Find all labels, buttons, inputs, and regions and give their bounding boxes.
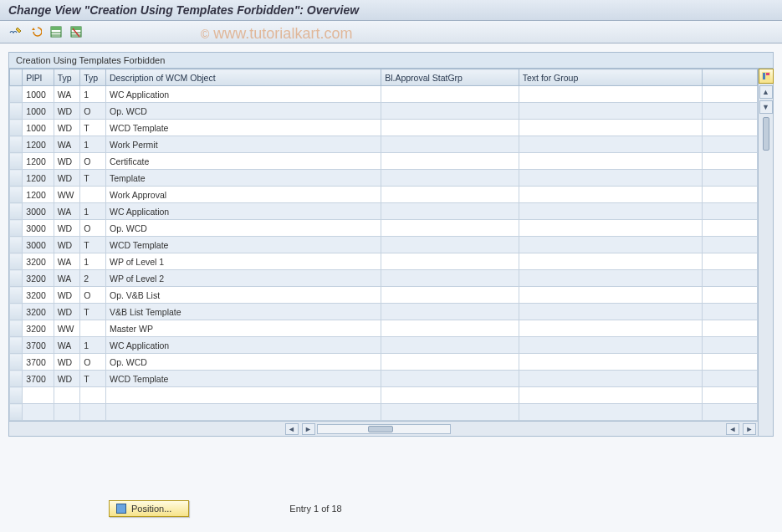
cell-typ2[interactable]: T (80, 170, 106, 187)
cell-typ1[interactable]: WD (54, 287, 80, 304)
cell-text[interactable] (519, 371, 702, 387)
scroll-left-icon[interactable]: ◄ (285, 423, 299, 435)
col-ppl[interactable]: PlPl (23, 69, 54, 86)
table-row[interactable]: 3000WA1WC Application (10, 203, 758, 220)
cell-ppl[interactable]: 3200 (23, 253, 54, 270)
cell-typ1[interactable]: WA (54, 203, 80, 220)
cell-ppl[interactable]: 1000 (23, 103, 54, 120)
cell-text[interactable] (519, 86, 702, 103)
cell-stat[interactable] (381, 237, 519, 253)
row-selector[interactable] (10, 120, 23, 136)
cell-ppl[interactable]: 1200 (23, 136, 54, 153)
horizontal-scrollbar[interactable]: ◄ ► ◄ ► (9, 421, 758, 436)
row-selector[interactable] (10, 86, 23, 103)
cell-desc[interactable]: WC Application (106, 203, 381, 220)
cell-stat[interactable] (381, 220, 519, 237)
cell-typ1[interactable]: WD (54, 237, 80, 253)
cell-text[interactable] (519, 270, 702, 287)
cell-stat[interactable] (381, 253, 519, 270)
scroll-up-icon[interactable]: ▲ (759, 85, 773, 99)
cell-text[interactable] (519, 153, 702, 170)
cell-text[interactable] (519, 354, 702, 371)
cell-text[interactable] (519, 337, 702, 354)
row-selector[interactable] (10, 203, 23, 220)
cell-stat[interactable] (381, 320, 519, 337)
cell-typ1[interactable] (54, 404, 80, 421)
cell-text[interactable] (519, 136, 702, 153)
cell-ppl[interactable]: 1000 (23, 86, 54, 103)
cell-desc[interactable]: Work Permit (106, 136, 381, 153)
row-selector[interactable] (10, 136, 23, 153)
table-row[interactable]: 1200WDOCertificate (10, 153, 758, 170)
table-row[interactable]: 1000WDTWCD Template (10, 120, 758, 136)
cell-desc[interactable]: WCD Template (106, 371, 381, 387)
cell-typ1[interactable]: WD (54, 220, 80, 237)
col-typ2[interactable]: Typ (80, 69, 106, 86)
cell-stat[interactable] (381, 136, 519, 153)
position-button[interactable]: Position... (109, 500, 189, 517)
cell-stat[interactable] (381, 387, 519, 404)
table-row[interactable]: 1200WA1Work Permit (10, 136, 758, 153)
col-desc[interactable]: Description of WCM Object (106, 69, 381, 86)
table-row[interactable]: 1000WA1WC Application (10, 86, 758, 103)
cell-typ1[interactable]: WD (54, 354, 80, 371)
cell-typ2[interactable]: 1 (80, 86, 106, 103)
cell-desc[interactable]: Work Approval (106, 187, 381, 203)
cell-typ2[interactable] (80, 387, 106, 404)
cell-typ2[interactable] (80, 404, 106, 421)
cell-desc[interactable]: WP of Level 1 (106, 253, 381, 270)
cell-typ1[interactable]: WD (54, 170, 80, 187)
cell-ppl[interactable]: 3000 (23, 220, 54, 237)
cell-typ1[interactable]: WD (54, 304, 80, 320)
scroll-right2-icon[interactable]: ► (743, 423, 756, 435)
scroll-left2-icon[interactable]: ◄ (726, 423, 739, 435)
scroll-right-icon[interactable]: ► (302, 423, 315, 435)
cell-typ2[interactable] (80, 187, 106, 203)
cell-stat[interactable] (381, 170, 519, 187)
row-selector[interactable] (10, 170, 23, 187)
cell-text[interactable] (519, 120, 702, 136)
cell-text[interactable] (519, 320, 702, 337)
cell-typ1[interactable]: WD (54, 371, 80, 387)
col-typ1[interactable]: Typ (54, 69, 80, 86)
cell-typ2[interactable]: O (80, 354, 106, 371)
cell-stat[interactable] (381, 103, 519, 120)
table-row[interactable] (10, 404, 758, 421)
cell-ppl[interactable]: 3200 (23, 320, 54, 337)
vertical-scrollbar[interactable]: ▲ ▼ (758, 69, 773, 436)
cell-desc[interactable]: WP of Level 2 (106, 270, 381, 287)
scroll-down-icon[interactable]: ▼ (759, 100, 773, 114)
cell-typ2[interactable] (80, 320, 106, 337)
cell-desc[interactable]: Certificate (106, 153, 381, 170)
cell-stat[interactable] (381, 86, 519, 103)
cell-typ1[interactable]: WD (54, 103, 80, 120)
table-row[interactable]: 3700WDOOp. WCD (10, 354, 758, 371)
cell-ppl[interactable]: 1200 (23, 170, 54, 187)
cell-desc[interactable]: Op. WCD (106, 103, 381, 120)
col-stat[interactable]: Bl.Approval StatGrp (381, 69, 519, 86)
cell-desc[interactable]: Template (106, 170, 381, 187)
row-selector[interactable] (10, 103, 23, 120)
glasses-pencil-icon[interactable] (8, 24, 23, 39)
row-selector[interactable] (10, 153, 23, 170)
cell-ppl[interactable]: 1200 (23, 187, 54, 203)
cell-stat[interactable] (381, 120, 519, 136)
cell-typ2[interactable]: O (80, 287, 106, 304)
cell-ppl[interactable]: 3700 (23, 354, 54, 371)
cell-typ1[interactable]: WA (54, 86, 80, 103)
row-selector[interactable] (10, 354, 23, 371)
cell-desc[interactable]: WCD Template (106, 120, 381, 136)
cell-ppl[interactable]: 3000 (23, 203, 54, 220)
cell-stat[interactable] (381, 404, 519, 421)
cell-text[interactable] (519, 103, 702, 120)
cell-text[interactable] (519, 387, 702, 404)
cell-typ2[interactable]: 1 (80, 136, 106, 153)
row-selector[interactable] (10, 304, 23, 320)
cell-typ2[interactable]: 1 (80, 253, 106, 270)
cell-typ1[interactable]: WA (54, 270, 80, 287)
cell-typ2[interactable]: T (80, 120, 106, 136)
table-row[interactable]: 1000WDOOp. WCD (10, 103, 758, 120)
table-row[interactable]: 3700WDTWCD Template (10, 371, 758, 387)
cell-typ2[interactable]: T (80, 304, 106, 320)
table-row[interactable]: 3200WDOOp. V&B List (10, 287, 758, 304)
